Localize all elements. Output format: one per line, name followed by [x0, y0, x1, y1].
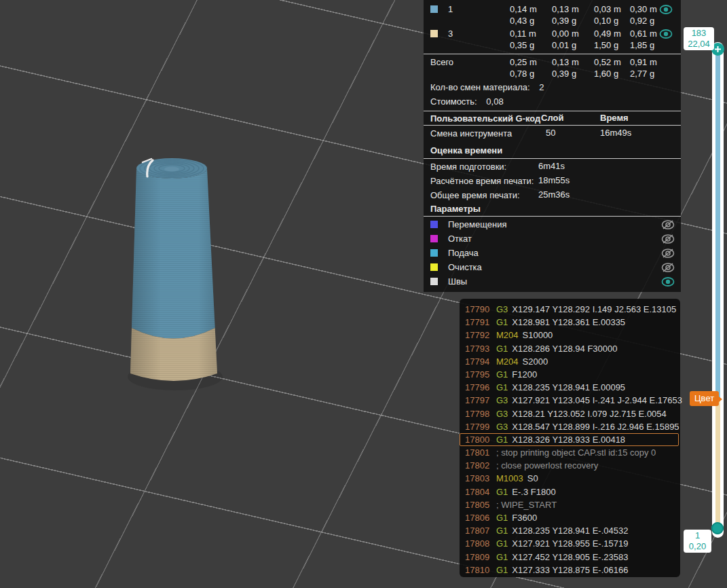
gcode-line[interactable]: 17801; stop printing object CAP.stl id:1… — [460, 446, 680, 459]
gcode-line[interactable]: 17792M204S10000 — [460, 329, 680, 342]
tool-change-row: Смена инструмента 50 16m49s — [430, 128, 677, 139]
time-header: Время — [600, 113, 629, 123]
gcode-line[interactable]: 17794M204S2000 — [460, 355, 680, 368]
est-print-time-value: 18m55s — [538, 175, 570, 185]
total-print-time-row: Общее время печати: 25m36s — [430, 189, 677, 201]
gcode-line[interactable]: 17795G1F1200 — [460, 368, 680, 381]
legend-color-swatch — [430, 249, 438, 257]
divider — [424, 125, 681, 126]
total-stat-cell: 0,52 m1,60 g — [594, 56, 635, 79]
gcode-line[interactable]: 17804G1E-.3 F1800 — [460, 485, 680, 498]
total-stat-cell: 0,25 m0,78 g — [510, 56, 551, 79]
cost-row: Стоимость: 0,08 — [430, 96, 677, 109]
slider-bottom-tooltip: 1 0,20 — [684, 530, 711, 553]
gcode-line-viewer: 17790G3X129.147 Y128.292 I.149 J2.563 E.… — [460, 299, 680, 577]
plus-icon — [714, 45, 722, 53]
gcode-line[interactable]: 17806G1F3600 — [460, 511, 680, 524]
time-estimate-title: Оценка времени — [430, 145, 677, 156]
eye-hidden-icon[interactable] — [661, 234, 675, 244]
custom-gcode-header: Пользовательский G-код — [430, 113, 540, 124]
gcode-line[interactable]: 17809G1X127.452 Y128.905 E-.23583 — [460, 551, 680, 564]
legend-color-swatch — [430, 278, 438, 285]
gcode-line[interactable]: 17790G3X129.147 Y128.292 I.149 J2.563 E.… — [460, 303, 680, 316]
filament-color-swatch — [430, 5, 438, 13]
gcode-line[interactable]: 17807G1X128.235 Y128.941 E-.04532 — [460, 524, 680, 537]
color-change-tick[interactable]: Цвет — [690, 391, 719, 406]
filament-id: 3 — [448, 28, 453, 39]
prep-time-row: Время подготовки: 6m41s — [430, 161, 677, 172]
gcode-line[interactable]: 17796G1X128.235 Y128.941 E.00095 — [460, 381, 680, 394]
prep-time-value: 6m41s — [538, 161, 565, 171]
custom-gcode-header-row: Пользовательский G-код Слой Время — [430, 113, 677, 124]
slider-top-tooltip: 183 22,04 — [684, 27, 714, 50]
divider — [424, 54, 681, 54]
gcode-line[interactable]: 17797G3X127.921 Y123.045 I-.241 J-2.944 … — [460, 394, 680, 407]
total-stat-cell: 0,91 m2,77 g — [630, 56, 671, 79]
divider — [424, 111, 681, 111]
printed-model-vase — [124, 153, 226, 390]
gcode-line[interactable]: 17805; WIPE_START — [460, 498, 680, 511]
layer-slider-fill-filament1 — [715, 54, 720, 400]
total-stat-cell: 0,13 m0,39 g — [552, 56, 593, 79]
legend-color-swatch — [430, 263, 438, 271]
cost-value: 0,08 — [486, 96, 503, 107]
eye-visible-icon[interactable] — [659, 29, 673, 39]
tool-change-time: 16m49s — [600, 128, 631, 138]
eye-hidden-icon[interactable] — [661, 249, 675, 258]
tool-change-label: Смена инструмента — [430, 128, 512, 139]
eye-visible-icon[interactable] — [661, 277, 675, 287]
gcode-line[interactable]: 17802; close powerlost recovery — [460, 459, 680, 472]
bottom-layer-number: 1 — [684, 530, 711, 541]
filament-row-3: 3 0,11 m0,35 g 0,00 m0,01 g 0,49 m1,50 g… — [430, 28, 677, 52]
gcode-line[interactable]: 17810G1X127.333 Y128.875 E-.06166 — [460, 564, 680, 576]
total-print-time-value: 25m36s — [538, 189, 570, 200]
gcode-line[interactable]: 17799G3X128.547 Y128.899 I-.216 J2.946 E… — [460, 420, 680, 433]
gcode-line[interactable]: 17803M1003S0 — [460, 472, 680, 485]
parameters-title: Параметры — [430, 203, 677, 215]
bottom-layer-height: 0,20 — [684, 541, 711, 552]
tool-change-layer: 50 — [546, 128, 555, 138]
divider — [424, 158, 681, 159]
divider — [424, 216, 681, 217]
legend-row-travels[interactable]: Перемещения — [430, 219, 677, 233]
filament-stat-cell: 0,00 m0,01 g — [552, 28, 593, 51]
filament-stat-cell: 0,11 m0,35 g — [510, 28, 551, 51]
material-changes-row: Кол-во смен материала: 2 — [430, 82, 677, 94]
eye-visible-icon[interactable] — [659, 5, 673, 14]
legend-color-swatch — [430, 235, 438, 242]
gcode-line[interactable]: 17808G1X127.921 Y128.955 E-.15719 — [460, 537, 680, 550]
slider-bottom-handle[interactable] — [711, 522, 724, 534]
legend-row-retractions[interactable]: Откат — [430, 234, 677, 247]
filament-stat-cell: 0,14 m0,43 g — [510, 3, 551, 26]
est-print-time-row: Расчётное время печати: 18m55s — [430, 175, 677, 187]
legend-row-deretractions[interactable]: Подача — [430, 248, 677, 261]
total-label: Всего — [430, 56, 453, 68]
legend-row-wipe[interactable]: Очистка — [430, 262, 677, 276]
filament-stat-cell: 0,13 m0,39 g — [552, 3, 593, 26]
top-layer-number: 183 — [684, 28, 714, 39]
filament-color-swatch — [430, 30, 438, 37]
filament-row-1: 1 0,14 m0,43 g 0,13 m0,39 g 0,03 m0,10 g… — [430, 3, 677, 28]
material-changes-label: Кол-во смен материала: — [430, 82, 530, 92]
legend-row-seams[interactable]: Швы — [430, 276, 677, 290]
eye-hidden-icon[interactable] — [661, 263, 675, 272]
material-changes-value: 2 — [539, 82, 544, 92]
legend-color-swatch — [430, 221, 438, 228]
layer-header: Слой — [541, 113, 563, 123]
filament-stat-cell: 0,03 m0,10 g — [594, 3, 635, 26]
gcode-line[interactable]: 17798G3X128.21 Y123.052 I.079 J2.715 E.0… — [460, 407, 680, 420]
filament-stat-cell: 0,49 m1,50 g — [594, 28, 635, 51]
gcode-line[interactable]: 17791G1X128.981 Y128.361 E.00335 — [460, 316, 680, 329]
top-layer-height: 22,04 — [684, 39, 714, 50]
eye-hidden-icon[interactable] — [661, 220, 675, 229]
filament-id: 1 — [448, 3, 453, 15]
print-statistics-panel: 1 0,14 m0,43 g 0,13 m0,39 g 0,03 m0,10 g… — [424, 0, 681, 292]
gcode-line-selected[interactable]: 17800G1X128.326 Y128.933 E.00418 — [460, 433, 679, 446]
gcode-line[interactable]: 17793G1X128.286 Y128.94 F30000 — [460, 342, 680, 355]
layer-slider-fill-filament3 — [715, 400, 720, 526]
total-row: Всего 0,25 m0,78 g 0,13 m0,39 g 0,52 m1,… — [430, 56, 677, 81]
cost-label: Стоимость: — [430, 96, 477, 107]
